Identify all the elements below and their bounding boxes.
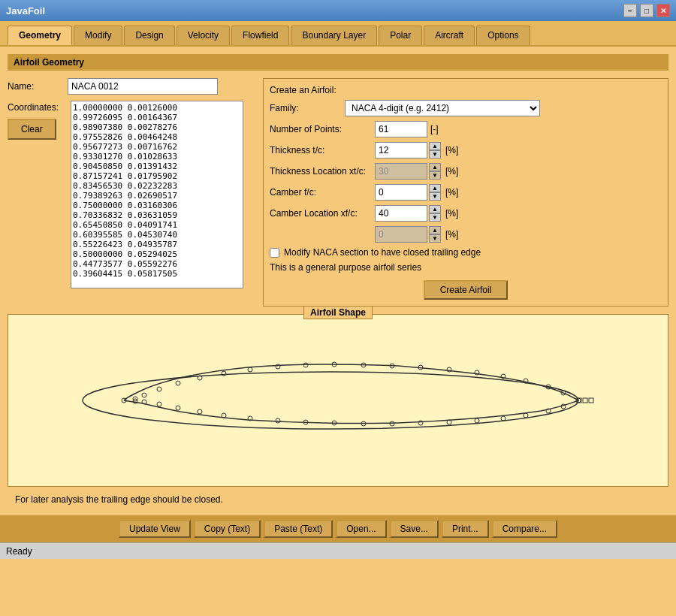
camber-location-unit: [%] [445,208,458,219]
main-window: GeometryModifyDesignVelocityFlowfieldBou… [0,21,676,616]
svg-point-26 [475,418,479,423]
coord-row: 0.70336832 0.03631059 [73,210,241,220]
coord-row: 0.98907380 0.00278276 [73,122,241,132]
thickness-location-unit: [%] [445,166,458,177]
title-bar: JavaFoil − □ ✕ [0,0,676,21]
coord-row: 1.00000000 0.00126000 [73,103,241,113]
tl-up[interactable]: ▲ [429,163,441,171]
coord-row: 0.39604415 0.05817505 [73,269,241,279]
coord-row: 0.60395585 0.04530740 [73,230,241,240]
title-bar-buttons: − □ ✕ [623,4,670,17]
name-input[interactable] [68,78,218,95]
coord-row: 0.79389263 0.02690517 [73,191,241,201]
coord-row: 0.97552826 0.00464248 [73,132,241,142]
thickness-label: Thickness t/c: [270,145,375,156]
maximize-button[interactable]: □ [640,4,653,17]
extra-row: ▲ ▼ [%] [270,226,662,243]
svg-point-14 [248,367,252,372]
clear-button[interactable]: Clear [8,119,56,140]
status-bar: Ready [0,542,676,559]
thickness-location-label: Thickness Location xt/c: [270,166,375,177]
copy--text--button[interactable]: Copy (Text) [194,520,261,538]
footer-info: For later analysis the trailing edge sho… [8,491,668,508]
create-airfoil-button[interactable]: Create Airfoil [424,280,509,300]
tab-flowfield[interactable]: Flowfield [231,26,289,45]
ex-up[interactable]: ▲ [429,226,441,234]
name-label: Name: [8,81,68,92]
bottom-toolbar: Update ViewCopy (Text)Paste (Text)Open..… [0,515,676,542]
coord-row: 0.44773577 0.05592276 [73,259,241,269]
tab-velocity[interactable]: Velocity [177,26,230,45]
lower-surface-points [133,399,566,426]
left-panel: Name: Coordinates: Clear 1.00000000 0.00… [8,78,248,306]
minimize-button[interactable]: − [623,4,637,17]
name-row: Name: [8,78,248,95]
coord-row: 0.87157241 0.01795902 [73,171,241,181]
cl-down[interactable]: ▼ [429,213,441,222]
tab-geometry[interactable]: Geometry [8,26,72,45]
print----button[interactable]: Print... [442,520,489,538]
tl-down[interactable]: ▼ [429,171,441,180]
thickness-input[interactable] [375,142,427,159]
tab-polar[interactable]: Polar [379,26,422,45]
thickness-location-input[interactable] [375,163,427,180]
tab-boundary_layer[interactable]: Boundary Layer [291,26,377,45]
coord-row: 0.99726095 0.00164367 [73,113,241,122]
thickness-unit: [%] [445,145,458,156]
svg-point-36 [198,409,202,414]
camber-location-spinners: ▲ ▼ [429,205,441,222]
thickness-spinners: ▲ ▼ [429,142,441,159]
right-panel: Create an Airfoil: Family: NACA 4-digit … [263,78,668,306]
ex-down[interactable]: ▼ [429,234,441,243]
tab-design[interactable]: Design [124,26,174,45]
num-points-row: Number of Points: [-] [270,121,662,137]
coord-row: 0.65450850 0.04091741 [73,220,241,230]
checkbox-row: Modify NACA section to have closed trail… [270,247,662,258]
thickness-up[interactable]: ▲ [429,142,441,150]
camber-input[interactable] [375,184,427,201]
svg-point-24 [524,413,528,418]
coord-row: 0.93301270 0.01028633 [73,152,241,162]
upper-surface-points [122,362,581,403]
closed-trailing-edge-checkbox[interactable] [270,248,279,258]
tab-options[interactable]: Options [476,26,530,45]
info-text: This is a general purpose airfoil series [270,262,662,273]
camber-location-row: Camber Location xf/c: ▲ ▼ [%] [270,205,662,222]
airfoil-canvas-container: Airfoil Shape [8,314,668,487]
save----button[interactable]: Save... [390,520,439,538]
window-title: JavaFoil [6,5,45,17]
coord-row: 0.50000000 0.05294025 [73,249,241,259]
coord-row: 0.55226423 0.04935787 [73,240,241,249]
thickness-down[interactable]: ▼ [429,150,441,159]
extra-input[interactable] [375,226,427,243]
tab-aircraft[interactable]: Aircraft [424,26,475,45]
airfoil-shape-title: Airfoil Shape [303,306,373,319]
cl-up[interactable]: ▲ [429,205,441,213]
svg-point-35 [222,413,226,418]
thickness-location-spinners: ▲ ▼ [429,163,441,180]
svg-point-17 [176,381,180,385]
svg-rect-42 [583,398,587,403]
svg-point-29 [390,421,394,426]
checkbox-label[interactable]: Modify NACA section to have closed trail… [284,247,481,258]
close-button[interactable]: ✕ [656,4,670,17]
num-points-input[interactable] [375,121,427,137]
create-label: Create an Airfoil: [270,85,662,95]
num-points-label: Number of Points: [270,124,375,134]
camber-down[interactable]: ▼ [429,192,441,201]
paste--text--button[interactable]: Paste (Text) [264,520,333,538]
compare----button[interactable]: Compare... [492,520,557,538]
camber-location-input[interactable] [375,205,427,222]
camber-unit: [%] [445,187,458,198]
tab-modify[interactable]: Modify [74,26,122,45]
family-select[interactable]: NACA 4-digit (e.g. 2412)NACA 5-digitNACA… [345,100,540,116]
camber-row: Camber f/c: ▲ ▼ [%] [270,184,662,201]
family-row: Family: NACA 4-digit (e.g. 2412)NACA 5-d… [270,100,662,116]
svg-point-25 [501,416,505,421]
camber-up[interactable]: ▲ [429,184,441,192]
coords-list[interactable]: 1.00000000 0.001260000.99726095 0.001643… [71,101,243,288]
update-view-button[interactable]: Update View [119,520,191,538]
airfoil-shape-svg [30,325,646,476]
open----button[interactable]: Open... [336,520,386,538]
section-header: Airfoil Geometry [8,54,668,71]
